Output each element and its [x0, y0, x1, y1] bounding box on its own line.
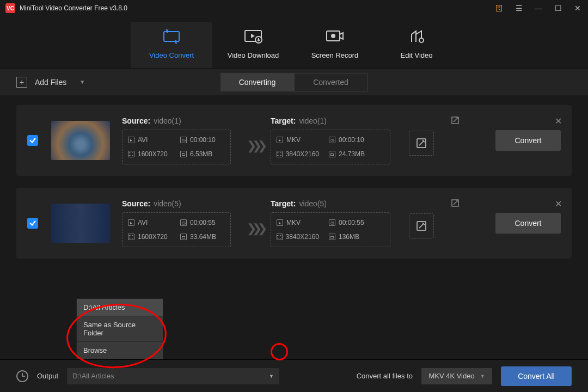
source-label: Source: [122, 199, 150, 208]
target-size: 24.73MB [339, 150, 365, 158]
chevron-down-icon: ▼ [480, 373, 485, 379]
remove-icon[interactable]: ✕ [555, 116, 562, 126]
key-icon[interactable]: ⚿ [494, 4, 504, 13]
output-format-select[interactable]: MKV 4K Video ▼ [421, 368, 492, 384]
source-duration: 00:00:55 [190, 219, 216, 226]
target-size: 136MB [339, 233, 359, 241]
tab-label: Video Download [212, 51, 294, 59]
checkbox[interactable] [27, 135, 38, 146]
size-icon: 🗀 [329, 234, 335, 240]
add-files-button[interactable]: + Add Files ▼ [16, 77, 85, 88]
target-duration: 00:00:10 [339, 136, 364, 144]
clock-icon: ◷ [180, 137, 187, 143]
target-label: Target: [271, 199, 296, 208]
video-thumbnail [51, 121, 110, 160]
target-resolution: 3840X2160 [286, 150, 319, 158]
format-icon: ▸ [277, 137, 283, 143]
source-label: Source: [122, 117, 150, 125]
target-settings-button[interactable] [409, 213, 434, 238]
tab-video-download[interactable]: Video Download [212, 22, 294, 68]
main-tabs: Video Convert Video Download Screen Reco… [0, 16, 588, 68]
remove-icon[interactable]: ✕ [555, 199, 562, 209]
dropdown-item[interactable]: Browse [77, 342, 163, 359]
convert-button[interactable]: Convert [495, 130, 561, 151]
close-icon[interactable]: ✕ [573, 4, 583, 13]
edit-icon [376, 27, 457, 46]
source-resolution: 1600X720 [138, 233, 168, 241]
size-icon: 🗀 [180, 234, 187, 240]
arrow-icon: ❯❯❯ [247, 222, 263, 236]
source-size: 33.64MB [190, 233, 216, 241]
target-info: ▸MKV ◷00:00:55 ⛶3840X2160 🗀136MB [271, 212, 390, 247]
resolution-icon: ⛶ [128, 234, 134, 240]
add-files-label: Add Files [35, 78, 66, 87]
resolution-icon: ⛶ [128, 151, 134, 157]
source-format: AVI [138, 136, 148, 144]
tab-label: Edit Video [376, 51, 457, 59]
menu-icon[interactable]: ☰ [514, 4, 524, 13]
format-icon: ▸ [128, 219, 134, 226]
download-icon [212, 27, 294, 46]
target-resolution: 3840X2160 [286, 233, 319, 241]
tab-edit-video[interactable]: Edit Video [376, 22, 457, 68]
tab-label: Video Convert [131, 51, 212, 59]
svg-rect-0 [164, 32, 179, 41]
tab-label: Screen Record [294, 51, 376, 59]
size-icon: 🗀 [180, 151, 187, 157]
clock-icon: ◷ [329, 137, 335, 143]
target-format: MKV [286, 136, 301, 144]
tab-converted[interactable]: Converted [294, 73, 367, 91]
convert-button[interactable]: Convert [495, 213, 561, 234]
target-settings-button[interactable] [409, 131, 434, 156]
target-duration: 00:00:55 [339, 219, 364, 226]
output-path: D:\All Articles [72, 372, 114, 380]
source-resolution: 1600X720 [138, 150, 168, 158]
video-thumbnail [51, 204, 110, 243]
app-title: MiniTool Video Converter Free v3.8.0 [20, 4, 494, 12]
output-label: Output [37, 372, 58, 380]
source-info: ▸AVI ◷00:00:10 ⛶1600X720 🗀6.53MB [122, 130, 231, 164]
target-name: video(1) [299, 117, 327, 125]
record-icon [294, 27, 376, 46]
source-info: ▸AVI ◷00:00:55 ⛶1600X720 🗀33.64MB [122, 212, 231, 247]
source-size: 6.53MB [190, 150, 212, 158]
schedule-icon[interactable] [16, 370, 28, 382]
annotation-circle [271, 343, 288, 360]
tab-video-convert[interactable]: Video Convert [131, 22, 212, 68]
checkbox[interactable] [27, 218, 38, 229]
chevron-down-icon: ▼ [269, 373, 274, 379]
resolution-icon: ⛶ [277, 234, 283, 240]
target-name: video(5) [299, 199, 327, 208]
minimize-icon[interactable]: — [534, 4, 543, 13]
convert-all-button[interactable]: Convert All [501, 366, 572, 386]
file-item: Source:video(5) ▸AVI ◷00:00:55 ⛶1600X720… [16, 188, 572, 259]
output-dropdown-menu: D:\All Articles Same as Source Folder Br… [76, 298, 163, 359]
resolution-icon: ⛶ [277, 151, 283, 157]
source-name: video(5) [154, 199, 181, 208]
dropdown-item[interactable]: D:\All Articles [77, 299, 163, 316]
clock-icon: ◷ [329, 219, 335, 226]
target-format: MKV [286, 219, 301, 226]
tab-converting[interactable]: Converting [220, 73, 294, 91]
edit-icon[interactable] [451, 116, 460, 127]
source-format: AVI [138, 219, 148, 226]
source-name: video(1) [154, 117, 181, 125]
output-path-select[interactable]: D:\All Articles ▼ [67, 368, 279, 384]
arrow-icon: ❯❯❯ [247, 139, 263, 153]
convert-all-label: Convert all files to [357, 372, 413, 380]
file-item: Source:video(1) ▸AVI ◷00:00:10 ⛶1600X720… [16, 105, 572, 176]
edit-icon[interactable] [451, 199, 460, 210]
clock-icon: ◷ [180, 219, 187, 226]
format-icon: ▸ [277, 219, 283, 226]
tab-screen-record[interactable]: Screen Record [294, 22, 376, 68]
chevron-down-icon[interactable]: ▼ [79, 79, 85, 85]
format-icon: ▸ [128, 137, 134, 143]
format-value: MKV 4K Video [428, 372, 474, 380]
app-logo: VC [5, 3, 15, 13]
maximize-icon[interactable]: ☐ [553, 4, 563, 13]
dropdown-item[interactable]: Same as Source Folder [77, 316, 163, 342]
convert-icon [131, 27, 212, 46]
target-info: ▸MKV ◷00:00:10 ⛶3840X2160 🗀24.73MB [271, 130, 390, 164]
target-label: Target: [271, 117, 296, 125]
source-duration: 00:00:10 [190, 136, 216, 144]
